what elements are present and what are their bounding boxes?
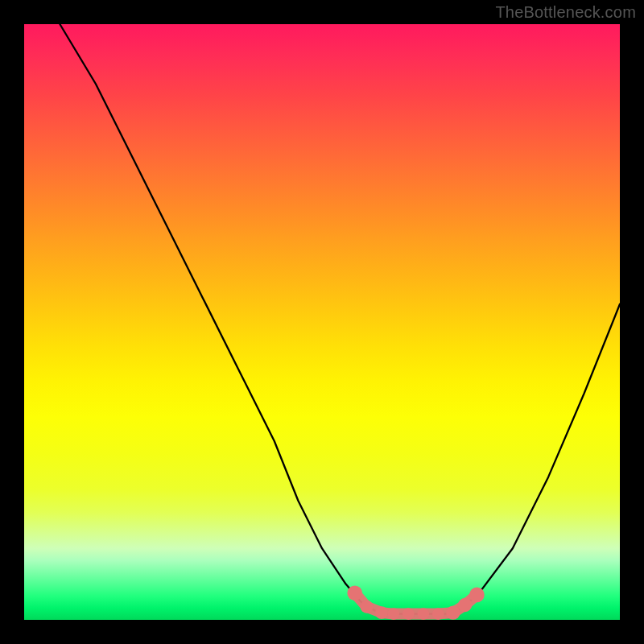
marker-dot (347, 585, 362, 601)
plot-area (24, 24, 620, 620)
marker-dot (446, 605, 460, 619)
v-curve (60, 24, 620, 614)
bottleneck-curve (24, 24, 620, 620)
marker-dot (375, 606, 388, 619)
marker-dot (432, 608, 444, 620)
chart-frame: TheBottleneck.com (0, 0, 644, 644)
marker-dot (361, 601, 374, 613)
marker-dot (469, 588, 485, 603)
marker-dot (402, 608, 415, 620)
marker-dot (458, 598, 472, 612)
marker-dot (387, 608, 399, 620)
marker-dot (417, 608, 429, 620)
watermark-text: TheBottleneck.com (495, 3, 636, 22)
